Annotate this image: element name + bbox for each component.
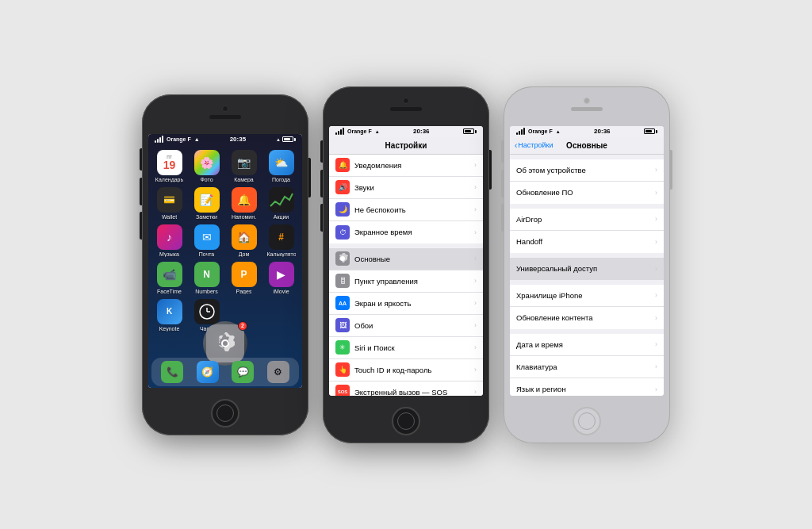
- home-button-3[interactable]: [573, 407, 601, 435]
- dock-phone[interactable]: 📞: [161, 361, 183, 383]
- settings-row-sounds[interactable]: 🔊 Звуки ›: [329, 177, 483, 199]
- camera-sensor-2: [403, 98, 409, 104]
- settings-nav-bar: Настройки: [329, 137, 483, 155]
- volume-down-button: [140, 212, 142, 240]
- label-language: Язык и регион: [516, 385, 655, 393]
- app-numbers[interactable]: N Numbers: [190, 262, 223, 294]
- row-update[interactable]: Обновление ПО ›: [510, 182, 664, 204]
- battery-3: [644, 128, 657, 134]
- volume-down-button-2: [320, 204, 323, 232]
- row-datetime[interactable]: Дата и время ›: [510, 334, 664, 356]
- row-handoff[interactable]: Handoff ›: [510, 231, 664, 253]
- mute-button-2: [320, 140, 323, 163]
- app-label-camera: Камера: [234, 177, 253, 182]
- row-storage[interactable]: Хранилище iPhone ›: [510, 285, 664, 307]
- phone-top-bar: [209, 105, 241, 119]
- settings-row-display[interactable]: AA Экран и яркость ›: [329, 293, 483, 315]
- app-camera[interactable]: 📷 Камера: [228, 150, 260, 182]
- numbers-icon: N: [194, 262, 220, 287]
- settings-row-general[interactable]: Основные ›: [329, 248, 483, 270]
- app-wallet[interactable]: 💳 Wallet: [153, 187, 186, 220]
- app-calendar[interactable]: ПТ 19 Календарь: [153, 150, 186, 182]
- chevron-airdrop: ›: [655, 215, 657, 223]
- row-about[interactable]: Об этом устройстве ›: [510, 159, 664, 182]
- home-button-ring-3: [578, 412, 596, 430]
- display-icon: AA: [335, 296, 350, 310]
- calendar-icon: ПТ 19: [157, 150, 182, 175]
- home-button-1[interactable]: [211, 399, 239, 427]
- label-accessibility: Универсальный доступ: [516, 264, 655, 273]
- chevron-touchid: ›: [474, 366, 477, 374]
- app-notes[interactable]: 📝 Заметки: [190, 187, 223, 220]
- app-photos[interactable]: 🌸 Фото: [190, 150, 223, 182]
- app-music[interactable]: ♪ Музыка: [153, 224, 186, 257]
- status-time: 20:35: [230, 136, 246, 143]
- settings-row-siri[interactable]: ✳ Siri и Поиск ›: [329, 337, 483, 359]
- dock-messages[interactable]: 💬: [232, 361, 254, 383]
- status-right-3: [644, 128, 657, 134]
- status-bar-1: Orange F ▲ 20:35 ▲: [148, 134, 302, 145]
- chevron-content-update: ›: [655, 314, 657, 322]
- mute-button: [140, 148, 142, 171]
- chevron-dnd: ›: [474, 205, 477, 213]
- settings-row-touchid[interactable]: 👆 Touch ID и код-пароль ›: [329, 359, 483, 381]
- app-label-notes: Заметки: [196, 214, 217, 220]
- home-button-2[interactable]: [392, 407, 420, 435]
- osnovnye-list: Об этом устройстве › Обновление ПО › Air…: [510, 155, 664, 396]
- app-mail[interactable]: ✉ Почта: [190, 224, 223, 257]
- nav-back-button[interactable]: ‹ Настройки: [515, 141, 553, 150]
- settings-row-controlcenter[interactable]: 🎛 Пункт управления ›: [329, 270, 483, 293]
- app-imovie[interactable]: ▶ iMovie: [265, 262, 297, 294]
- row-language[interactable]: Язык и регион ›: [510, 378, 664, 396]
- power-button-3: [670, 150, 672, 190]
- app-home[interactable]: 🏠 Дом: [228, 224, 260, 257]
- home-screen: Orange F ▲ 20:35 ▲: [148, 134, 302, 388]
- wifi-icon-2: ▲: [375, 129, 380, 134]
- settings-row-sos[interactable]: SOS Экстренный вызов — SOS ›: [329, 381, 483, 396]
- row-label-wallpaper: Обои: [354, 321, 474, 330]
- dock: 📞 🧭 💬 ⚙: [151, 358, 299, 386]
- label-content-update: Обновление контента: [516, 313, 655, 322]
- signal-bars: [155, 136, 163, 143]
- row-accessibility[interactable]: Универсальный доступ ›: [510, 258, 664, 280]
- app-label-numbers: Numbers: [195, 289, 217, 294]
- chevron-wallpaper: ›: [474, 321, 477, 329]
- app-reminders[interactable]: 🔔 Напомин.: [228, 187, 260, 220]
- power-button-2: [489, 150, 492, 190]
- sos-icon: SOS: [335, 385, 350, 396]
- app-stocks[interactable]: Акции: [265, 187, 297, 220]
- home-button-ring-2: [397, 412, 415, 430]
- screentime-icon: ⏱: [335, 225, 350, 240]
- power-button: [308, 158, 311, 197]
- dock-messages-icon: 💬: [232, 361, 254, 383]
- app-weather[interactable]: ⛅ Погода: [265, 150, 297, 182]
- status-left-3: Orange F ▲: [516, 128, 561, 135]
- phone-screen-2: Orange F ▲ 20:36 Настройки: [329, 126, 483, 396]
- dock-settings[interactable]: ⚙: [267, 361, 289, 383]
- row-label-siri: Siri и Поиск: [354, 343, 474, 352]
- row-label-notifications: Уведомления: [354, 161, 474, 170]
- row-content-update[interactable]: Обновление контента ›: [510, 307, 664, 329]
- location-icon: ▲: [276, 137, 281, 142]
- sounds-icon: 🔊: [335, 180, 350, 194]
- row-label-screentime: Экранное время: [354, 228, 474, 236]
- row-airdrop[interactable]: AirDrop ›: [510, 209, 664, 231]
- speaker: [209, 115, 241, 119]
- app-calculator[interactable]: # Калькулятор: [265, 224, 297, 257]
- dock-safari[interactable]: 🧭: [197, 361, 219, 383]
- app-pages[interactable]: P Pages: [228, 262, 260, 294]
- label-datetime: Дата и время: [516, 340, 655, 349]
- signal-bars-3: [516, 128, 525, 135]
- settings-row-notifications[interactable]: 🔔 Уведомления ›: [329, 155, 483, 177]
- label-update: Обновление ПО: [516, 188, 655, 197]
- phone-top-bar-3: [571, 98, 603, 111]
- app-label-reminders: Напомин.: [232, 214, 256, 220]
- chevron-sos: ›: [474, 388, 477, 396]
- settings-row-screentime[interactable]: ⏱ Экранное время ›: [329, 221, 483, 243]
- app-facetime[interactable]: 📹 FaceTime: [153, 262, 186, 294]
- row-keyboard[interactable]: Клавиатура ›: [510, 356, 664, 378]
- settings-row-wallpaper[interactable]: 🖼 Обои ›: [329, 315, 483, 337]
- speaker-2: [390, 107, 422, 111]
- general-icon: [335, 251, 350, 266]
- settings-row-dnd[interactable]: 🌙 Не беспокоить ›: [329, 199, 483, 221]
